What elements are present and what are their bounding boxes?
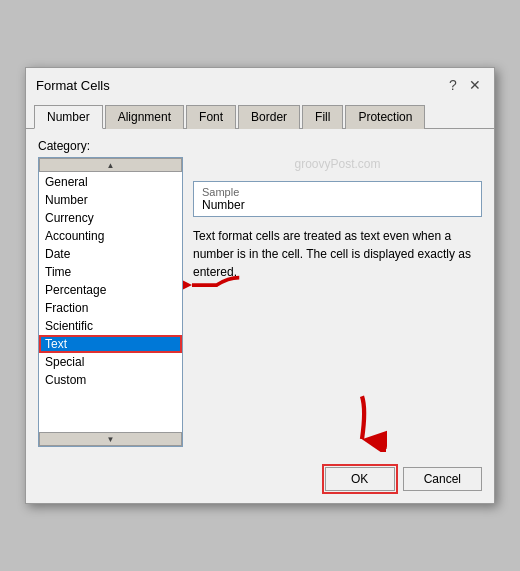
arrow-down-indicator xyxy=(337,392,387,452)
watermark: groovyPost.com xyxy=(193,157,482,171)
category-item-general[interactable]: General xyxy=(39,173,182,191)
category-item-text[interactable]: Text xyxy=(39,335,182,353)
close-button[interactable]: ✕ xyxy=(466,76,484,94)
bottom-buttons: OK Cancel xyxy=(26,457,494,503)
tab-border[interactable]: Border xyxy=(238,105,300,129)
ok-button[interactable]: OK xyxy=(325,467,395,491)
category-item-accounting[interactable]: Accounting xyxy=(39,227,182,245)
scroll-down-button[interactable]: ▼ xyxy=(39,432,182,446)
category-list-container: ▲ General Number Currency Accounting Dat… xyxy=(38,157,183,447)
tab-bar: Number Alignment Font Border Fill Protec… xyxy=(26,98,494,129)
tab-alignment[interactable]: Alignment xyxy=(105,105,184,129)
category-item-number[interactable]: Number xyxy=(39,191,182,209)
sample-value: Number xyxy=(202,198,473,212)
scroll-up-button[interactable]: ▲ xyxy=(39,158,182,172)
category-item-custom[interactable]: Custom xyxy=(39,371,182,389)
category-item-time[interactable]: Time xyxy=(39,263,182,281)
title-bar: Format Cells ? ✕ xyxy=(26,68,494,98)
category-item-fraction[interactable]: Fraction xyxy=(39,299,182,317)
tab-protection[interactable]: Protection xyxy=(345,105,425,129)
main-content: ▲ General Number Currency Accounting Dat… xyxy=(38,157,482,447)
sample-box: Sample Number xyxy=(193,181,482,217)
help-button[interactable]: ? xyxy=(444,76,462,94)
format-cells-dialog: Format Cells ? ✕ Number Alignment Font B… xyxy=(25,67,495,504)
tab-number[interactable]: Number xyxy=(34,105,103,129)
tab-font[interactable]: Font xyxy=(186,105,236,129)
title-bar-controls: ? ✕ xyxy=(444,76,484,94)
category-label: Category: xyxy=(38,139,482,153)
dialog-title: Format Cells xyxy=(36,78,110,93)
tab-fill[interactable]: Fill xyxy=(302,105,343,129)
category-item-special[interactable]: Special xyxy=(39,353,182,371)
category-item-date[interactable]: Date xyxy=(39,245,182,263)
category-item-percentage[interactable]: Percentage xyxy=(39,281,182,299)
dialog-body: Category: ▲ General Number Currency Acco… xyxy=(26,129,494,457)
arrow-left-indicator xyxy=(183,265,243,305)
category-item-currency[interactable]: Currency xyxy=(39,209,182,227)
dialog-title-area: Format Cells xyxy=(36,78,110,93)
sample-label: Sample xyxy=(202,186,473,198)
category-item-scientific[interactable]: Scientific xyxy=(39,317,182,335)
category-list: General Number Currency Accounting Date … xyxy=(39,172,182,432)
cancel-button[interactable]: Cancel xyxy=(403,467,482,491)
